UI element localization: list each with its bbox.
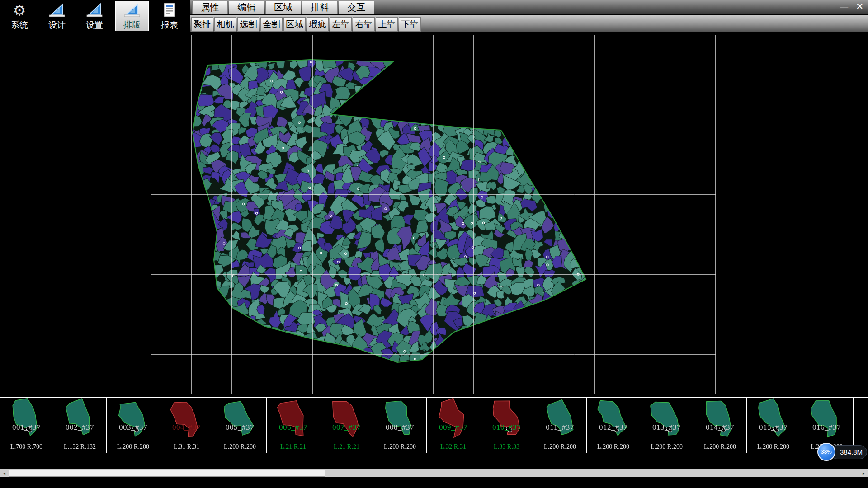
pieces-strip: 001_#37L:700 R:700002_#37L:132 R:132003_… [0,397,868,453]
menu-tab-nest[interactable]: 排料 [302,1,338,14]
app-button-label: 设计 [48,19,66,31]
piece-thumbnail[interactable]: 015_#37L:200 R:200 [747,398,800,453]
app-button-label: 报表 [161,19,178,31]
scroll-right-arrow[interactable]: ► [860,469,868,477]
nesting-ruler-icon [123,2,141,19]
app-button-report[interactable]: 报表 [153,1,186,31]
scroll-left-arrow[interactable]: ◄ [0,469,8,477]
report-icon [160,1,179,19]
horizontal-scrollbar[interactable]: ◄ ► [0,469,868,477]
piece-thumbnail[interactable]: 008_#37L:200 R:200 [373,398,427,453]
tool-button-cut-all[interactable]: 全割 [260,17,283,32]
app-button-label: 设置 [86,19,103,31]
app-button-nesting[interactable]: 排版 [115,1,149,31]
piece-lr-label: L:31 R:31 [160,443,213,450]
piece-id-label: 009_#37 [427,423,480,432]
tool-button-defect[interactable]: 瑕疵 [307,17,329,32]
piece-id-label: 014_#37 [693,423,746,432]
piece-thumbnail[interactable]: 010_#37L:33 R:33 [480,398,533,453]
menu-tab-region[interactable]: 区域 [265,1,301,14]
app-button-label: 排版 [123,19,141,31]
piece-thumbnail[interactable]: 004_#37L:31 R:31 [160,398,213,453]
piece-lr-label: L:200 R:200 [107,443,160,450]
piece-thumbnail[interactable]: 007_#37L:21 R:21 [320,398,373,453]
piece-id-label: 008_#37 [373,423,426,432]
piece-id-label: 011_#37 [533,423,586,432]
close-button[interactable]: ✕ [856,1,863,12]
memory-indicator: 384.8M [830,445,867,459]
piece-lr-label: L:200 R:200 [533,443,586,450]
app-button-design[interactable]: 设计 [40,1,74,31]
design-ruler-icon [47,1,66,19]
settings-ruler-icon [85,1,104,19]
piece-id-label: 004_#37 [160,423,213,432]
tool-button-bar: 聚排相机选割全割区域瑕疵左靠右靠上靠下靠 [191,17,421,32]
piece-id-label: 007_#37 [320,423,373,432]
piece-thumbnail[interactable]: 014_#37L:200 R:200 [693,398,747,453]
piece-thumbnail[interactable]: 002_#37L:132 R:132 [53,398,107,453]
piece-lr-label: L:21 R:21 [320,443,373,450]
piece-thumbnail[interactable]: 011_#37L:200 R:200 [533,398,587,453]
piece-id-label: 006_#37 [267,423,320,432]
tool-button-region[interactable]: 区域 [283,17,306,32]
nesting-ruler-icon [123,1,142,19]
app-switcher: ⚙系统设计设置排版报表 [3,1,186,31]
piece-id-label: 015_#37 [747,423,800,432]
piece-lr-label: L:33 R:33 [480,443,533,450]
menu-tab-edit[interactable]: 编辑 [229,1,264,14]
tool-button-select-cut[interactable]: 选割 [237,17,259,32]
piece-thumbnail[interactable]: 009_#37L:32 R:31 [427,398,480,453]
tool-button-snap-right[interactable]: 右靠 [353,17,375,32]
piece-thumbnail[interactable]: 001_#37L:700 R:700 [0,398,53,453]
piece-id-label: 001_#37 [0,423,53,432]
piece-thumbnail[interactable]: 013_#37L:200 R:200 [640,398,693,453]
piece-lr-label: L:200 R:200 [213,443,266,450]
app-button-label: 系统 [11,19,28,31]
minimize-button[interactable]: — [840,1,849,12]
piece-lr-label: L:200 R:200 [693,443,746,450]
tool-button-snap-bottom[interactable]: 下靠 [399,17,421,32]
report-icon [162,2,177,19]
top-toolbar: ⚙系统设计设置排版报表 属性编辑区域排料交互 聚排相机选割全割区域瑕疵左靠右靠上… [0,0,868,33]
piece-id-label: 010_#37 [480,423,533,432]
piece-thumbnail[interactable]: 012_#37L:200 R:200 [587,398,640,453]
gear-icon: ⚙ [13,1,26,19]
tool-button-cluster-nest[interactable]: 聚排 [191,17,213,32]
menu-tab-property[interactable]: 属性 [192,1,228,14]
piece-lr-label: L:132 R:132 [53,443,106,450]
settings-ruler-icon [85,2,104,19]
piece-id-label: 002_#37 [53,423,106,432]
app-button-system[interactable]: ⚙系统 [3,1,36,31]
nesting-canvas[interactable] [151,35,716,394]
menu-tab-bar: 属性编辑区域排料交互 [192,1,374,14]
piece-lr-label: L:200 R:200 [373,443,426,450]
piece-lr-label: L:700 R:700 [0,443,53,450]
piece-id-label: 013_#37 [640,423,693,432]
scrollbar-thumb[interactable] [9,470,326,477]
piece-lr-label: L:21 R:21 [267,443,320,450]
piece-lr-label: L:200 R:200 [640,443,693,450]
window-controls: — ✕ [840,1,863,12]
gear-icon: ⚙ [10,1,29,19]
piece-thumbnail[interactable]: 003_#37L:200 R:200 [107,398,160,453]
piece-thumbnail[interactable]: 005_#37L:200 R:200 [213,398,267,453]
tool-button-camera[interactable]: 相机 [214,17,236,32]
design-ruler-icon [48,2,66,19]
tool-button-snap-left[interactable]: 左靠 [330,17,352,32]
piece-lr-label: L:32 R:31 [427,443,480,450]
piece-id-label: 016_#37 [800,423,853,432]
piece-id-label: 003_#37 [107,423,160,432]
tool-button-snap-top[interactable]: 上靠 [376,17,398,32]
progress-badge: 38% [817,443,835,461]
app-button-settings[interactable]: 设置 [78,1,111,31]
piece-lr-label: L:200 R:200 [587,443,640,450]
piece-id-label: 012_#37 [587,423,640,432]
piece-id-label: 005_#37 [213,423,266,432]
piece-lr-label: L:200 R:200 [747,443,800,450]
menu-tab-interact[interactable]: 交互 [339,1,374,14]
piece-thumbnail[interactable]: 006_#37L:21 R:21 [267,398,320,453]
